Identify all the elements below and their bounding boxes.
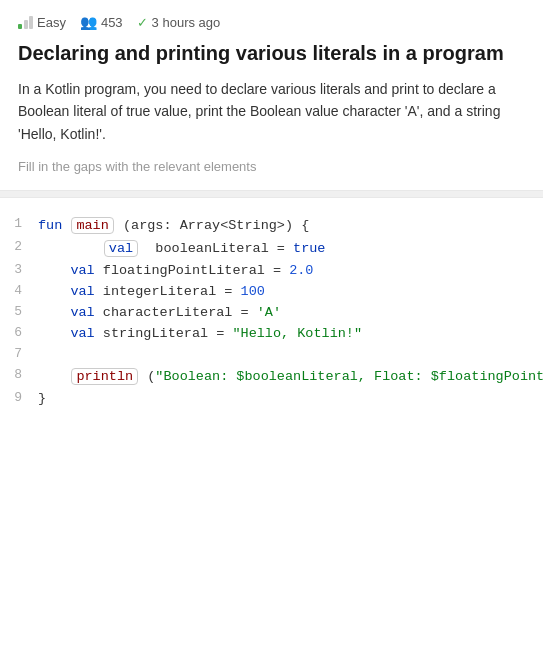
code-line-5: val characterLiteral = 'A' <box>38 303 543 322</box>
line-num-5: 5 <box>0 303 38 319</box>
code-table: 1 fun main (args: Array<String>) { 2 val… <box>0 214 543 409</box>
code-row-7: 7 <box>0 344 543 365</box>
fill-instruction: Fill in the gaps with the relevant eleme… <box>18 159 525 174</box>
top-section: Easy 👥 453 ✓ 3 hours ago Declaring and p… <box>0 0 543 190</box>
meta-bar: Easy 👥 453 ✓ 3 hours ago <box>18 14 525 30</box>
problem-title: Declaring and printing various literals … <box>18 40 525 66</box>
difficulty-icon <box>18 15 33 29</box>
time-label: 3 hours ago <box>152 15 221 30</box>
code-row-9: 9 } <box>0 388 543 409</box>
code-line-4: val integerLiteral = 100 <box>38 282 543 301</box>
line-num-6: 6 <box>0 324 38 340</box>
code-line-6: val stringLiteral = "Hello, Kotlin!" <box>38 324 543 343</box>
code-line-8: println ("Boolean: $booleanLiteral, Floa… <box>38 366 543 387</box>
code-row-1: 1 fun main (args: Array<String>) { <box>0 214 543 237</box>
line-num-2: 2 <box>0 238 38 254</box>
users-count: 453 <box>101 15 123 30</box>
line-num-9: 9 <box>0 389 38 405</box>
users-icon: 👥 <box>80 14 97 30</box>
difficulty-label: Easy <box>37 15 66 30</box>
code-row-6: 6 val stringLiteral = "Hello, Kotlin!" <box>0 323 543 344</box>
code-line-7 <box>38 345 543 364</box>
code-line-2: val booleanLiteral = true <box>38 238 543 259</box>
code-row-3: 3 val floatingPointLiteral = 2.0 <box>0 260 543 281</box>
difficulty-badge: Easy <box>18 15 66 30</box>
code-line-1: fun main (args: Array<String>) { <box>38 215 543 236</box>
code-row-2: 2 val booleanLiteral = true <box>0 237 543 260</box>
problem-description: In a Kotlin program, you need to declare… <box>18 78 525 145</box>
code-section: 1 fun main (args: Array<String>) { 2 val… <box>0 198 543 425</box>
line-num-1: 1 <box>0 215 38 231</box>
line-num-8: 8 <box>0 366 38 382</box>
code-row-5: 5 val characterLiteral = 'A' <box>0 302 543 323</box>
code-line-3: val floatingPointLiteral = 2.0 <box>38 261 543 280</box>
users-badge: 👥 453 <box>80 14 123 30</box>
code-line-9: } <box>38 389 543 408</box>
code-row-4: 4 val integerLiteral = 100 <box>0 281 543 302</box>
check-icon: ✓ <box>137 15 148 30</box>
line-num-7: 7 <box>0 345 38 361</box>
time-badge: ✓ 3 hours ago <box>137 15 221 30</box>
line-num-3: 3 <box>0 261 38 277</box>
code-row-8: 8 println ("Boolean: $booleanLiteral, Fl… <box>0 365 543 388</box>
line-num-4: 4 <box>0 282 38 298</box>
section-divider <box>0 190 543 198</box>
